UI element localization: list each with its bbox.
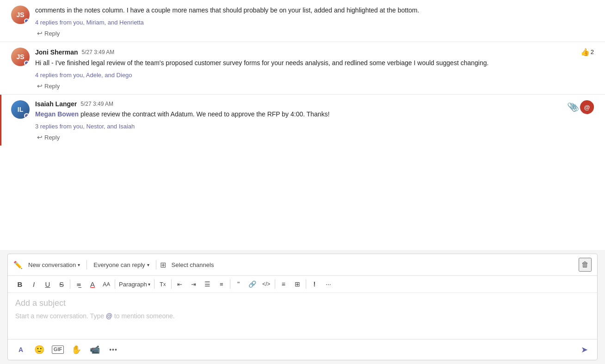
select-channels-label: Select channels <box>172 261 214 268</box>
new-conversation-chevron-icon: ▾ <box>78 262 80 267</box>
reply-label: Reply <box>44 134 60 141</box>
fmt-sep4 <box>171 279 172 289</box>
user-mention-avatar-top[interactable]: @ <box>580 100 594 114</box>
replies-link-joni[interactable]: 4 replies from you, Adele, and Diego <box>35 72 594 79</box>
emoji-button[interactable]: 🙂 <box>32 342 47 357</box>
fmt-sep3 <box>154 279 154 289</box>
timestamp: 5/27 3:49 AM <box>82 49 115 55</box>
bullets-button[interactable]: ☰ <box>201 278 214 291</box>
body-placeholder[interactable]: Start a new conversation. Type @ to ment… <box>15 312 590 320</box>
body-placeholder-text2: to mention someone. <box>112 312 175 320</box>
reply-button-joni[interactable]: ↩ Reply <box>35 81 62 91</box>
increase-indent-button[interactable]: ⇥ <box>187 278 200 291</box>
numbering-button[interactable]: ≡ <box>215 278 228 291</box>
reaction-badge: 👍 2 <box>580 48 594 56</box>
replies-link-isaiah[interactable]: 3 replies from you, Nestor, and Isaiah <box>35 123 594 130</box>
sender-name-isaiah: Isaiah Langer <box>35 100 77 108</box>
message-text: comments in the notes column. I have a c… <box>35 6 594 15</box>
reply-arrow-icon: ↩ <box>37 30 43 37</box>
avatar-isaiah: IL <box>11 100 30 119</box>
reply-button[interactable]: ↩ Reply <box>35 29 62 38</box>
more-actions-button[interactable]: ••• <box>106 342 121 357</box>
chat-container: JS comments in the notes column. I have … <box>0 0 605 250</box>
send-button[interactable]: ➤ <box>577 342 592 357</box>
clear-format-button[interactable]: Tx <box>156 278 169 291</box>
fmt-sep6 <box>275 279 275 289</box>
avatar-joni: JS <box>11 48 30 66</box>
trash-button[interactable]: 🗑 <box>579 258 592 272</box>
message-block-joni: JS Joni Sherman 5/27 3:49 AM 👍 2 Hi all … <box>0 42 605 94</box>
subject-placeholder[interactable]: Add a subject <box>15 298 590 308</box>
reply-button-isaiah[interactable]: ↩ Reply <box>35 133 62 142</box>
reaction-count: 2 <box>591 49 594 55</box>
fmt-sep1 <box>70 279 70 289</box>
more-format-button[interactable]: ··· <box>322 278 335 291</box>
align-button[interactable]: ≡ <box>277 278 290 291</box>
message-block: JS comments in the notes column. I have … <box>0 0 605 42</box>
thumbs-up-icon: 👍 <box>580 48 590 56</box>
underline-button[interactable]: U <box>41 278 54 291</box>
avatar-status-isaiah <box>24 113 29 118</box>
channels-icon: ⊞ <box>160 261 166 269</box>
highlight-button[interactable]: ≡̲ <box>72 278 85 291</box>
paragraph-select[interactable]: Paragraph ▾ <box>117 278 152 291</box>
mention-name: Megan Bowen <box>35 110 79 118</box>
formatting-toolbar: B I U S ≡̲ A AA Paragraph ▾ Tx ⇤ ⇥ ☰ ≡ "… <box>8 276 597 293</box>
table-button[interactable]: ⊞ <box>291 278 304 291</box>
compose-toolbar-top: ✏️ New conversation ▾ Everyone can reply… <box>8 254 597 276</box>
body-placeholder-text: Start a new conversation. Type <box>15 312 106 320</box>
fmt-sep7 <box>306 279 306 289</box>
separator <box>86 260 87 269</box>
font-color-button[interactable]: A <box>86 278 99 291</box>
message-text-isaiah: Megan Bowen please review the contract w… <box>35 109 594 119</box>
link-button[interactable]: 🔗 <box>246 278 259 291</box>
fmt-sep5 <box>230 279 230 289</box>
reply-label: Reply <box>44 83 60 90</box>
avatar-initials-joni: JS <box>16 53 24 61</box>
format-text-button[interactable]: A <box>13 342 28 357</box>
at-symbol: @ <box>106 312 112 320</box>
compose-footer: A 🙂 GIF ✋ 📹 ••• ➤ <box>8 339 597 360</box>
compose-body[interactable]: Add a subject Start a new conversation. … <box>8 293 597 339</box>
select-channels-button[interactable]: Select channels <box>169 260 217 270</box>
paragraph-label: Paragraph <box>119 281 147 288</box>
everyone-can-reply-button[interactable]: Everyone can reply ▾ <box>91 260 152 270</box>
priority-button[interactable]: ! <box>308 278 321 291</box>
message-block-isaiah: IL Isaiah Langer 5/27 3:49 AM Megan Bowe… <box>0 95 605 146</box>
message-header-isaiah: Isaiah Langer 5/27 3:49 AM <box>35 100 594 108</box>
timestamp-isaiah: 5/27 3:49 AM <box>80 101 113 107</box>
new-conversation-button[interactable]: New conversation ▾ <box>25 260 83 270</box>
strikethrough-button[interactable]: S <box>55 278 68 291</box>
everyone-can-reply-label: Everyone can reply <box>93 261 145 268</box>
bold-button[interactable]: B <box>13 278 26 291</box>
message-content-joni: Joni Sherman 5/27 3:49 AM 👍 2 Hi all - I… <box>35 48 594 91</box>
message-text-joni: Hi all - I've finished legal review of t… <box>35 58 594 68</box>
font-size-button[interactable]: AA <box>100 278 113 291</box>
video-clip-button[interactable]: 📹 <box>87 342 102 357</box>
decrease-indent-button[interactable]: ⇤ <box>173 278 186 291</box>
avatar-initials-isaiah: IL <box>18 106 23 113</box>
message-content: comments in the notes column. I have a c… <box>35 6 594 38</box>
paperclip-icon[interactable]: 📎 <box>567 102 577 112</box>
message-content-isaiah: Isaiah Langer 5/27 3:49 AM Megan Bowen p… <box>35 100 594 142</box>
fmt-sep2 <box>115 279 115 289</box>
italic-button[interactable]: I <box>27 278 40 291</box>
reply-arrow-icon: ↩ <box>37 133 43 141</box>
reply-arrow-icon: ↩ <box>37 82 43 90</box>
everyone-can-reply-chevron-icon: ▾ <box>147 262 149 267</box>
gif-icon: GIF <box>52 346 64 353</box>
send-icon: ➤ <box>581 345 588 355</box>
code-button[interactable]: </> <box>260 278 273 291</box>
edit-icon: ✏️ <box>13 261 23 269</box>
sender-name: Joni Sherman <box>35 49 78 56</box>
avatar-status <box>24 18 29 24</box>
quote-button[interactable]: " <box>232 278 245 291</box>
avatar: JS <box>11 6 30 24</box>
reply-label: Reply <box>44 30 60 37</box>
paragraph-chevron-icon: ▾ <box>148 282 150 287</box>
replies-link[interactable]: 4 replies from you, Miriam, and Henriett… <box>35 19 594 26</box>
avatar-status-joni <box>24 61 29 66</box>
separator2 <box>156 260 156 269</box>
gif-button[interactable]: GIF <box>50 342 65 357</box>
hand-raise-button[interactable]: ✋ <box>69 342 84 357</box>
